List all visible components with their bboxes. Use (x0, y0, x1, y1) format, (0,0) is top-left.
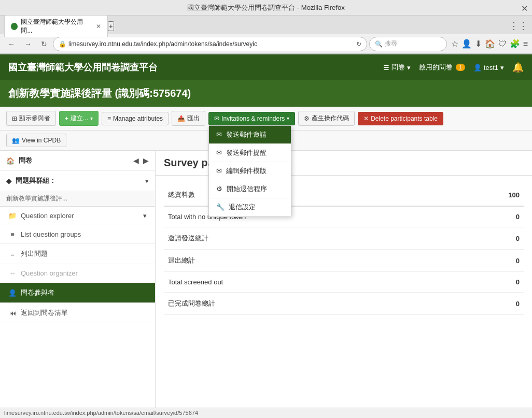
user-avatar-icon: 👤 (473, 64, 482, 71)
stat-value: 100 (457, 184, 524, 206)
sidebar-survey-label: 問卷 (19, 156, 32, 165)
sidebar-question-group-section: ◆ 問題與群組： ▾ (0, 171, 155, 191)
stat-value: 0 (457, 250, 524, 272)
navigation-bar: ← → ↻ 🔒 limesurvey.iro.ntnu.edu.tw/index… (0, 34, 532, 54)
menu-icon[interactable]: ≡ (523, 39, 528, 49)
breadcrumb-text: 創新教學實施課後評... (6, 195, 67, 202)
status-bar: limesurvey.iro.ntnu.edu.tw/index.php/adm… (0, 408, 532, 418)
export-button[interactable]: 📤 匯出 (172, 111, 205, 126)
view-cpdb-label: View in CPDB (22, 137, 61, 144)
edit-template-icon: ✉ (216, 167, 222, 175)
start-bounce-processing-item[interactable]: ⚙ 開始退信程序 (209, 180, 291, 198)
browser-tab[interactable]: 國立臺灣師範大學公用問... ✕ (4, 15, 108, 37)
send-invitations-item[interactable]: ✉ 發送郵件邀請 (209, 126, 291, 144)
next-arrow[interactable]: ▶ (143, 156, 149, 165)
sidebar-item-list-questions[interactable]: ≡ 列出問題 (0, 244, 155, 264)
list-groups-icon: ≡ (8, 230, 17, 238)
create-button[interactable]: + 建立... ▾ (59, 111, 99, 126)
list-questions-icon: ≡ (8, 250, 17, 258)
sidebar-item-question-organizer[interactable]: ↔ Question organizer (0, 264, 155, 283)
send-invitations-label: 發送郵件邀請 (226, 130, 267, 139)
reload-button[interactable]: ↻ (37, 37, 51, 51)
surveys-menu-label: 問卷 (391, 63, 405, 72)
home-icon[interactable]: 🏠 (485, 39, 495, 49)
surveys-menu-button[interactable]: ☰ 問卷 ▾ (383, 63, 411, 72)
gear-icon: ⚙ (304, 115, 310, 122)
start-bounce-label: 開始退信程序 (227, 184, 267, 194)
bookmark-icon[interactable]: ☆ (451, 39, 458, 49)
active-surveys-button[interactable]: 啟用的問卷 1 (419, 63, 465, 72)
refresh-icon[interactable]: ↻ (356, 40, 361, 48)
active-surveys-label: 啟用的問卷 (419, 63, 453, 72)
invitations-dropdown-arrow: ▾ (287, 116, 289, 121)
export-icon: 📤 (177, 115, 185, 122)
explorer-arrow: ▾ (143, 212, 147, 220)
toolbar: ⊞ 顯示參與者 + 建立... ▾ ≡ Manage attributes 📤 … (0, 107, 532, 131)
show-participants-button[interactable]: ⊞ 顯示參與者 (6, 111, 56, 126)
tab-favicon (11, 23, 18, 30)
stat-value: 0 (457, 293, 524, 315)
url-bar[interactable]: 🔒 limesurvey.iro.ntnu.edu.tw/index.php/a… (53, 37, 367, 51)
question-group-arrow[interactable]: ▾ (145, 177, 149, 185)
show-participants-label: 顯示參與者 (19, 114, 50, 123)
stat-label: Total with no unique token (164, 206, 457, 227)
back-button[interactable]: ← (4, 37, 19, 51)
tab-bar: 國立臺灣師範大學公用問... ✕ + ⋮⋮ (0, 16, 532, 34)
forward-button[interactable]: → (21, 37, 35, 51)
notification-bell-icon[interactable]: 🔔 (512, 62, 524, 73)
user-icon[interactable]: 👤 (461, 39, 472, 49)
new-tab-button[interactable]: + (108, 21, 114, 31)
question-organizer-label: Question organizer (21, 269, 78, 277)
question-group-icon: ◆ (6, 177, 11, 185)
view-cpdb-button[interactable]: 👥 View in CPDB (6, 134, 66, 147)
envelope-icon: ✉ (214, 115, 219, 122)
stat-value: 0 (457, 206, 524, 227)
download-icon[interactable]: ⬇ (475, 39, 482, 49)
prev-arrow[interactable]: ◀ (133, 156, 139, 165)
delete-table-button[interactable]: ✕ Delete participants table (358, 112, 443, 125)
manage-attributes-button[interactable]: ≡ Manage attributes (102, 112, 169, 125)
extension-icon[interactable]: 🧩 (510, 39, 520, 49)
user-menu-button[interactable]: 👤 test1 ▾ (473, 64, 504, 71)
stat-label: Total screened out (164, 272, 457, 293)
create-dropdown-arrow: ▾ (90, 116, 93, 121)
bounce-icon: ⚙ (216, 185, 222, 193)
participants-icon: 👤 (8, 289, 17, 297)
invitations-label: Invitations & reminders (221, 115, 285, 122)
send-reminders-item[interactable]: ✉ 發送郵件提醒 (209, 144, 291, 162)
edit-email-templates-item[interactable]: ✉ 編輯郵件模版 (209, 162, 291, 180)
stat-value: 0 (457, 272, 524, 293)
sidebar-question-group-label: 問題與群組： (16, 176, 56, 185)
browser-title-bar: 國立臺灣師範大學公用問卷調查平台 - Mozilla Firefox ✕ (0, 0, 532, 16)
organizer-icon: ↔ (8, 269, 17, 277)
sidebar-survey-header: 🏠 問卷 (6, 156, 32, 165)
stat-label: 總資料數 (164, 184, 457, 206)
sidebar-item-question-explorer[interactable]: 📁 Question explorer ▾ (0, 207, 155, 225)
close-window-button[interactable]: ✕ (521, 4, 528, 13)
search-bar[interactable]: 🔍 搜尋 (369, 37, 447, 51)
surveys-dropdown-icon: ▾ (407, 64, 411, 71)
sidebar-item-list-question-groups[interactable]: ≡ List question groups (0, 225, 155, 244)
sidebar-item-survey-participants[interactable]: 👤 問卷參與者 (0, 283, 155, 303)
return-list-label: 返回到問卷清單 (21, 308, 68, 318)
sidebar-nav-arrows: ◀ ▶ (133, 156, 149, 165)
active-surveys-badge: 1 (456, 64, 465, 71)
tab-close-button[interactable]: ✕ (96, 23, 101, 30)
search-placeholder: 搜尋 (385, 39, 397, 48)
stat-label: 邀請發送總計 (164, 227, 457, 250)
browser-menu-icon[interactable]: ⋮⋮ (509, 20, 528, 32)
invitations-button[interactable]: ✉ Invitations & reminders ▾ (208, 112, 295, 125)
home-sidebar-icon: 🏠 (6, 157, 15, 165)
create-label: 建立... (71, 114, 88, 123)
send-invite-icon: ✉ (216, 131, 222, 138)
table-row: 邀請發送總計 0 (164, 227, 524, 250)
table-row: 已完成問卷總計 0 (164, 293, 524, 315)
generate-code-button[interactable]: ⚙ 產生操作代碼 (298, 111, 355, 126)
window-title: 國立臺灣師範大學公用問卷調查平台 - Mozilla Firefox (187, 3, 344, 12)
sidebar: 🏠 問卷 ◀ ▶ ◆ 問題與群組： ▾ 創新教學實施課後評... 📁 Quest… (0, 151, 156, 418)
browser-icons: ☆ 👤 ⬇ 🏠 🛡 🧩 ≡ (451, 39, 528, 49)
bounce-settings-item[interactable]: 🔧 退信設定 (209, 198, 291, 217)
shield-icon[interactable]: 🛡 (498, 39, 507, 49)
sidebar-item-return-list[interactable]: ⏮ 返回到問卷清單 (0, 303, 155, 323)
username-label: test1 (484, 64, 498, 71)
